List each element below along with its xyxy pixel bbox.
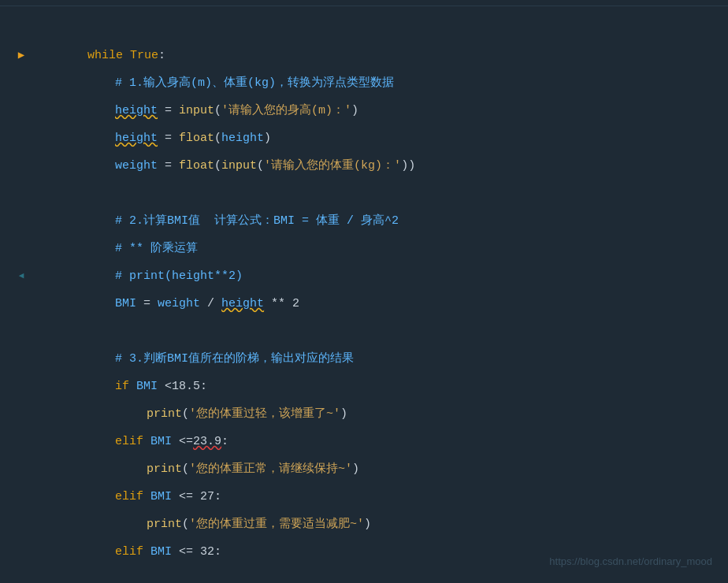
gutter-10: ◀ (16, 262, 27, 290)
var-height-4: height (221, 297, 264, 310)
code-line-11: BMI = weight / height ** 2 (16, 290, 728, 317)
func-float-2: float (179, 159, 214, 173)
arrow-10: ◀ (19, 262, 24, 290)
gutter-2: ▶ (16, 42, 27, 69)
var-weight-1: weight (115, 159, 158, 173)
top-bar (0, 0, 728, 6)
breakpoint-arrow: ▶ (18, 42, 24, 69)
var-bmi-5: BMI (150, 545, 172, 559)
keyword-elif-3: elif (115, 545, 143, 559)
var-bmi-1: BMI (115, 297, 136, 310)
var-weight-2: weight (158, 297, 200, 310)
code-line-6: weight = float(input('请输入您的体重(kg)：')) (16, 152, 728, 180)
watermark: https://blog.csdn.net/ordinary_mood (549, 548, 712, 575)
string-2: '请输入您的体重(kg)：' (264, 159, 401, 173)
code-area: ▶ while True: # 1.输入身高(m)、体重(kg)，转换为浮点类型… (0, 6, 728, 574)
func-input-2: input (221, 159, 257, 173)
editor-container: ▶ while True: # 1.输入身高(m)、体重(kg)，转换为浮点类型… (0, 0, 728, 583)
